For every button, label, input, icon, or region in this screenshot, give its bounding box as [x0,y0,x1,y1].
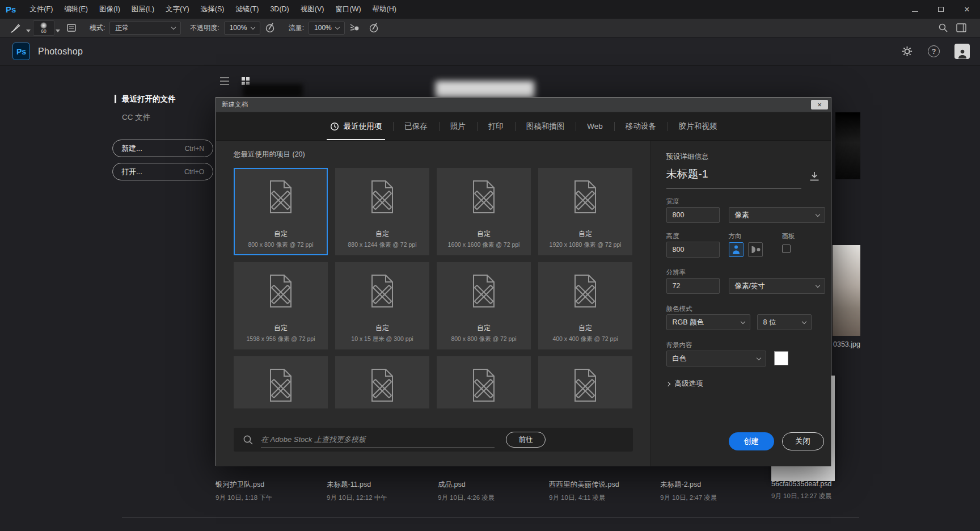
menu-item[interactable]: 3D(D) [264,0,294,19]
chevron-down-icon [815,212,820,216]
height-input[interactable] [666,242,720,258]
template-card[interactable]: 自定 400 x 400 像素 @ 72 ppi [538,262,632,349]
menu-item[interactable]: 文件(F) [24,0,58,19]
close-button[interactable]: × [954,0,980,19]
dialog-tab[interactable]: Web [576,112,614,140]
clock-icon [330,122,339,131]
template-card[interactable] [538,356,632,408]
menu-item[interactable]: 图像(I) [94,0,126,19]
width-input[interactable] [666,207,720,223]
template-card[interactable]: 自定 800 x 800 像素 @ 72 ppi [234,168,328,255]
recent-file-item[interactable]: 成品.psd 9月 10日, 4:26 凌晨 [438,480,540,502]
dialog-close-button[interactable]: × [811,100,828,109]
dialog-tab[interactable]: 照片 [439,112,477,140]
recent-file-item[interactable]: 未标题-11.psd 9月 10日, 12:12 中午 [327,480,429,502]
template-card[interactable]: 自定 1600 x 1600 像素 @ 72 ppi [437,168,531,255]
menu-item[interactable]: 文字(Y) [160,0,195,19]
workspace-switcher-icon[interactable] [956,23,966,32]
list-view-icon[interactable] [220,77,229,85]
maximize-button[interactable] [928,0,954,19]
menu-item[interactable]: 帮助(H) [367,0,402,19]
recent-file-item[interactable]: 银河护卫队.psd 9月 10日, 1:18 下午 [216,480,318,502]
user-avatar[interactable] [954,44,970,59]
dialog-tab[interactable]: 已保存 [393,112,439,140]
dialog-tab[interactable]: 移动设备 [614,112,668,140]
template-card[interactable]: 自定 10 x 15 厘米 @ 300 ppi [335,262,429,349]
help-icon[interactable]: ? [928,45,940,57]
advanced-options-toggle[interactable]: 高级选项 [666,379,703,389]
recent-file-thumbnail[interactable] [835,112,860,179]
width-unit-select[interactable]: 像素 [729,207,825,223]
template-document-icon [565,364,606,408]
menu-item[interactable]: 窗口(W) [330,0,366,19]
opacity-select[interactable]: 100% [224,22,260,35]
home-sidebar-buttons: 新建... Ctrl+N 打开... Ctrl+O [112,140,213,186]
brush-tool-icon[interactable] [10,22,21,33]
brush-settings-panel-icon[interactable] [66,23,77,33]
save-preset-icon[interactable] [808,170,821,183]
brush-size-value: 60 [41,29,46,34]
template-name: 自定 [335,323,429,333]
menu-item[interactable]: 视图(V) [295,0,330,19]
recent-file-item[interactable]: 未标题-2.psd 9月 10日, 2:47 凌晨 [660,480,762,502]
document-name-field[interactable]: 未标题-1 [666,167,801,189]
background-color-swatch[interactable] [774,351,788,365]
brush-tip-icon [40,22,47,29]
resolution-unit-select[interactable]: 像素/英寸 [729,278,825,294]
brush-preset-caret[interactable] [56,30,60,32]
recent-file-thumbnail[interactable] [833,245,860,336]
home-sidebar: 最近打开的文件 CC 文件 [122,94,176,130]
template-card[interactable]: 自定 1598 x 956 像素 @ 72 ppi [234,262,328,349]
options-bar: 60 模式: 正常 不透明度: 100% 流量: 100% [0,19,980,37]
search-icon[interactable] [938,23,948,33]
color-mode-select[interactable]: RGB 颜色 [666,314,750,330]
artboard-checkbox[interactable] [782,245,791,253]
settings-gear-icon[interactable] [901,45,913,57]
templates-viewport: 自定 800 x 800 像素 @ 72 ppi [234,168,633,408]
template-card[interactable]: 自定 800 x 800 像素 @ 72 ppi [437,262,531,349]
brush-preset-picker[interactable]: 60 [33,20,54,36]
recent-file-item[interactable]: 西西里的美丽传说.psd 9月 10日, 4:11 凌晨 [549,480,651,502]
template-card[interactable] [234,356,328,408]
adobe-stock-search[interactable]: 在 Adobe Stock 上查找更多模板 前往 [234,428,633,452]
sidebar-action-button[interactable]: 打开... Ctrl+O [112,163,213,180]
background-select[interactable]: 白色 [666,351,766,366]
go-button[interactable]: 前往 [506,432,546,448]
flow-select[interactable]: 100% [309,22,345,35]
minimize-button[interactable] [902,0,928,19]
dialog-tab[interactable]: 胶片和视频 [668,112,729,140]
sidebar-item[interactable]: 最近打开的文件 [122,94,176,104]
blend-mode-select[interactable]: 正常 [109,22,181,35]
menu-item[interactable]: 图层(L) [126,0,160,19]
dialog-tab-label: 已保存 [404,121,428,132]
airbrush-icon[interactable] [349,22,360,33]
menu-item[interactable]: 编辑(E) [58,0,94,19]
bit-depth-select[interactable]: 8 位 [757,314,812,330]
template-card[interactable]: 自定 880 x 1244 像素 @ 72 ppi [335,168,429,255]
button-shortcut: Ctrl+N [185,145,204,153]
dialog-tab[interactable]: 图稿和插图 [515,112,576,140]
pressure-opacity-icon[interactable] [264,22,276,33]
sidebar-item-label: 最近打开的文件 [122,95,176,103]
window-controls: × [902,0,980,19]
dialog-tab[interactable]: 最近使用项 [319,112,394,140]
menu-item[interactable]: 选择(S) [195,0,230,19]
sidebar-action-button[interactable]: 新建... Ctrl+N [112,140,213,157]
orientation-portrait-button[interactable] [729,242,744,257]
dialog-dismiss-button[interactable]: 关闭 [782,432,824,450]
tool-dropdown-caret[interactable] [26,30,31,32]
create-button[interactable]: 创建 [729,432,774,450]
recent-file-item[interactable]: 56cfa0535deaf.psd 9月 10日, 12:27 凌晨 [771,480,873,502]
sidebar-item[interactable]: CC 文件 [122,112,176,123]
pressure-size-icon[interactable] [368,22,379,33]
template-card[interactable] [335,356,429,408]
resolution-input[interactable] [666,278,720,294]
template-card[interactable]: 自定 1920 x 1080 像素 @ 72 ppi [538,168,632,255]
app-title: Photoshop [38,47,83,57]
orientation-landscape-button[interactable] [748,242,763,257]
stock-search-field[interactable]: 在 Adobe Stock 上查找更多模板 [261,432,495,448]
dialog-tab[interactable]: 打印 [477,112,515,140]
menu-item[interactable]: 滤镜(T) [230,0,264,19]
template-card[interactable] [437,356,531,408]
dialog-titlebar[interactable]: 新建文档 × [216,98,831,112]
